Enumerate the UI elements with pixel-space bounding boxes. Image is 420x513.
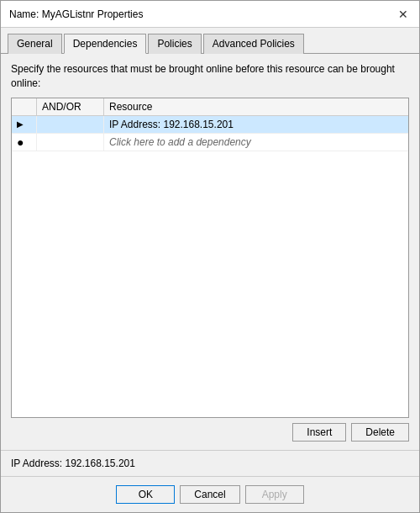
dot-icon: ●	[17, 136, 24, 148]
description-text: Specify the resources that must be broug…	[11, 62, 409, 91]
table-header: AND/OR Resource	[12, 98, 408, 116]
table-buttons: Insert Delete	[11, 423, 409, 442]
row-andor-cell	[37, 116, 104, 133]
close-button[interactable]: ✕	[396, 7, 411, 22]
status-text: IP Address: 192.168.15.201	[11, 457, 135, 469]
row-resource-cell: IP Address: 192.168.15.201	[104, 116, 408, 133]
tab-policies[interactable]: Policies	[148, 34, 201, 54]
dialog-title: Name: MyAGListnr Properties	[9, 8, 143, 20]
delete-button[interactable]: Delete	[351, 423, 409, 442]
tab-dependencies[interactable]: Dependencies	[64, 34, 147, 54]
tab-advanced-policies[interactable]: Advanced Policies	[203, 34, 304, 54]
table-row[interactable]: ▶ IP Address: 192.168.15.201	[12, 116, 408, 134]
table-body: ▶ IP Address: 192.168.15.201 ● Click her…	[12, 116, 408, 415]
add-andor-cell	[37, 134, 104, 151]
status-bar: IP Address: 192.168.15.201	[1, 450, 419, 476]
apply-button[interactable]: Apply	[245, 485, 304, 504]
dialog-footer: OK Cancel Apply	[1, 476, 419, 512]
col-andor-header: AND/OR	[37, 98, 104, 115]
add-dependency-row[interactable]: ● Click here to add a dependency	[12, 134, 408, 151]
ok-button[interactable]: OK	[116, 485, 175, 504]
properties-dialog: Name: MyAGListnr Properties ✕ General De…	[0, 0, 420, 513]
tab-bar: General Dependencies Policies Advanced P…	[1, 28, 419, 54]
insert-button[interactable]: Insert	[292, 423, 346, 442]
col-icon-header	[12, 98, 37, 115]
col-resource-header: Resource	[104, 98, 408, 115]
add-dependency-text[interactable]: Click here to add a dependency	[104, 134, 408, 151]
add-icon-cell: ●	[12, 134, 37, 151]
cancel-button[interactable]: Cancel	[180, 485, 239, 504]
tab-content: Specify the resources that must be broug…	[1, 54, 419, 450]
title-bar: Name: MyAGListnr Properties ✕	[1, 1, 419, 28]
dependencies-table: AND/OR Resource ▶ IP Address: 192.168.15…	[11, 98, 409, 418]
row-icon-cell: ▶	[12, 116, 37, 133]
tab-general[interactable]: General	[8, 34, 62, 54]
arrow-icon: ▶	[17, 119, 24, 129]
